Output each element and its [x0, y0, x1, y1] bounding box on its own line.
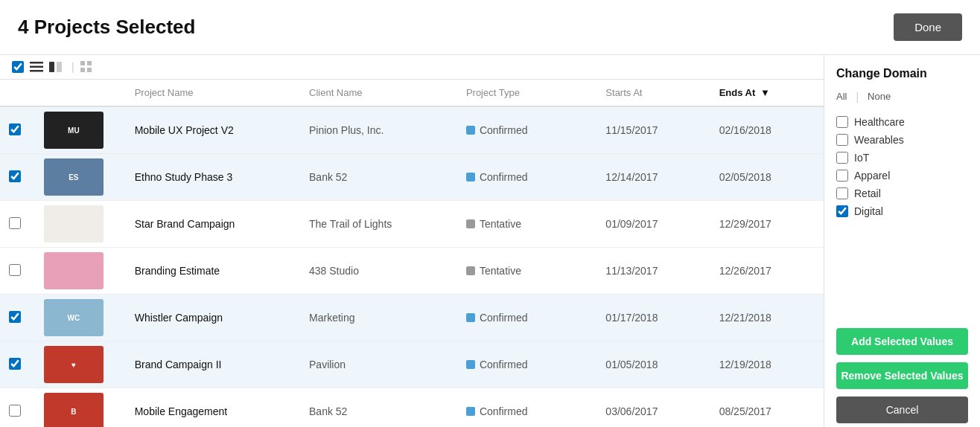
client-name: Marketing	[300, 295, 457, 341]
project-type: Confirmed	[457, 154, 596, 201]
domain-checkbox-digital[interactable]	[836, 205, 848, 217]
svg-rect-4	[57, 62, 62, 72]
th-client: Client Name	[300, 80, 457, 106]
starts-at: 03/06/2017	[596, 388, 710, 428]
client-name: 438 Studio	[300, 248, 457, 295]
client-name: Bank 52	[300, 154, 457, 201]
project-type: Confirmed	[457, 341, 596, 388]
done-button[interactable]: Done	[894, 13, 962, 41]
table-row: ♥Brand Campaign IIPavilionConfirmed01/05…	[0, 341, 824, 388]
all-link[interactable]: All	[836, 91, 847, 103]
select-all-checkbox[interactable]	[12, 61, 24, 73]
table-area: | Project Name Client Name Project Type …	[0, 55, 824, 427]
row-checkbox[interactable]	[9, 405, 21, 417]
table-row: ESEthno Study Phase 3Bank 52Confirmed12/…	[0, 154, 824, 201]
th-name: Project Name	[126, 80, 300, 106]
project-name: Branding Estimate	[126, 248, 300, 295]
svg-rect-0	[30, 62, 43, 64]
project-name: Mobile UX Project V2	[126, 106, 300, 154]
starts-at: 12/14/2017	[596, 154, 710, 201]
row-checkbox[interactable]	[9, 217, 21, 229]
domain-checkbox-apparel[interactable]	[836, 170, 848, 182]
type-dot	[466, 173, 475, 182]
project-type: Tentative	[457, 248, 596, 295]
th-check	[0, 80, 35, 106]
client-name: The Trail of Lights	[300, 201, 457, 248]
client-name: Pavilion	[300, 341, 457, 388]
domain-item-apparel[interactable]: Apparel	[836, 170, 968, 182]
th-starts: Starts At	[596, 80, 710, 106]
row-checkbox[interactable]	[9, 123, 21, 135]
toolbar-row: |	[0, 55, 824, 80]
th-ends[interactable]: Ends At ▼	[710, 80, 824, 106]
project-type: Confirmed	[457, 388, 596, 428]
page-container: 4 Projects Selected Done |	[0, 0, 980, 427]
type-dot	[466, 126, 475, 135]
domain-item-iot[interactable]: IoT	[836, 152, 968, 164]
domain-label-digital: Digital	[854, 205, 883, 217]
type-dot	[466, 266, 475, 275]
table-row: MUMobile UX Project V2Pinion Plus, Inc.C…	[0, 106, 824, 154]
domain-item-retail[interactable]: Retail	[836, 187, 968, 199]
project-name: Mobile Engagement	[126, 388, 300, 428]
starts-at: 11/13/2017	[596, 248, 710, 295]
none-link[interactable]: None	[868, 91, 891, 103]
projects-table: Project Name Client Name Project Type St…	[0, 80, 824, 427]
domain-checkbox-iot[interactable]	[836, 152, 848, 164]
panel-title: Change Domain	[836, 67, 968, 80]
domain-label-iot: IoT	[854, 152, 869, 164]
domain-list: HealthcareWearablesIoTApparelRetailDigit…	[836, 116, 968, 321]
list-view-icon[interactable]	[30, 62, 43, 72]
domain-item-healthcare[interactable]: Healthcare	[836, 116, 968, 128]
remove-selected-values-button[interactable]: Remove Selected Values	[836, 362, 968, 389]
svg-rect-8	[87, 68, 92, 72]
project-thumbnail	[44, 252, 104, 289]
project-thumbnail: MU	[44, 112, 104, 149]
domain-label-wearables: Wearables	[854, 134, 904, 146]
row-checkbox[interactable]	[9, 170, 21, 182]
domain-item-digital[interactable]: Digital	[836, 205, 968, 217]
ends-at: 12/21/2018	[710, 295, 824, 341]
type-dot	[466, 219, 475, 228]
cancel-button[interactable]: Cancel	[836, 396, 968, 423]
row-checkbox[interactable]	[9, 358, 21, 370]
starts-at: 11/15/2017	[596, 106, 710, 154]
starts-at: 01/09/2017	[596, 201, 710, 248]
ends-at: 02/05/2018	[710, 154, 824, 201]
table-row: Star Brand CampaignThe Trail of LightsTe…	[0, 201, 824, 248]
domain-checkbox-wearables[interactable]	[836, 134, 848, 146]
domain-checkbox-healthcare[interactable]	[836, 116, 848, 128]
project-name: Star Brand Campaign	[126, 201, 300, 248]
add-selected-values-button[interactable]: Add Selected Values	[836, 328, 968, 355]
project-thumbnail: ES	[44, 158, 104, 196]
project-type: Confirmed	[457, 106, 596, 154]
project-name: Brand Campaign II	[126, 341, 300, 388]
th-type: Project Type	[457, 80, 596, 106]
starts-at: 01/17/2018	[596, 295, 710, 341]
all-none-row: All | None	[836, 91, 968, 103]
ends-at: 02/16/2018	[710, 106, 824, 154]
sort-arrow: ▼	[760, 87, 770, 98]
ends-at: 08/25/2017	[710, 388, 824, 428]
svg-rect-1	[30, 66, 43, 68]
project-thumbnail: B	[44, 393, 104, 427]
project-thumbnail: WC	[44, 299, 104, 336]
grid-view-icon[interactable]	[80, 61, 92, 73]
row-checkbox[interactable]	[9, 311, 21, 323]
domain-item-wearables[interactable]: Wearables	[836, 134, 968, 146]
svg-rect-6	[87, 61, 92, 65]
right-panel: Change Domain All | None HealthcareWeara…	[824, 55, 980, 427]
columns-icon[interactable]	[49, 62, 63, 72]
domain-label-apparel: Apparel	[854, 170, 890, 182]
ends-at: 12/26/2017	[710, 248, 824, 295]
project-type: Tentative	[457, 201, 596, 248]
row-checkbox[interactable]	[9, 264, 21, 276]
header: 4 Projects Selected Done	[0, 0, 980, 55]
svg-rect-3	[49, 62, 54, 72]
project-type: Confirmed	[457, 295, 596, 341]
table-row: BMobile EngagementBank 52Confirmed03/06/…	[0, 388, 824, 428]
domain-checkbox-retail[interactable]	[836, 187, 848, 199]
domain-label-healthcare: Healthcare	[854, 116, 905, 128]
type-dot	[466, 407, 475, 416]
starts-at: 01/05/2018	[596, 341, 710, 388]
